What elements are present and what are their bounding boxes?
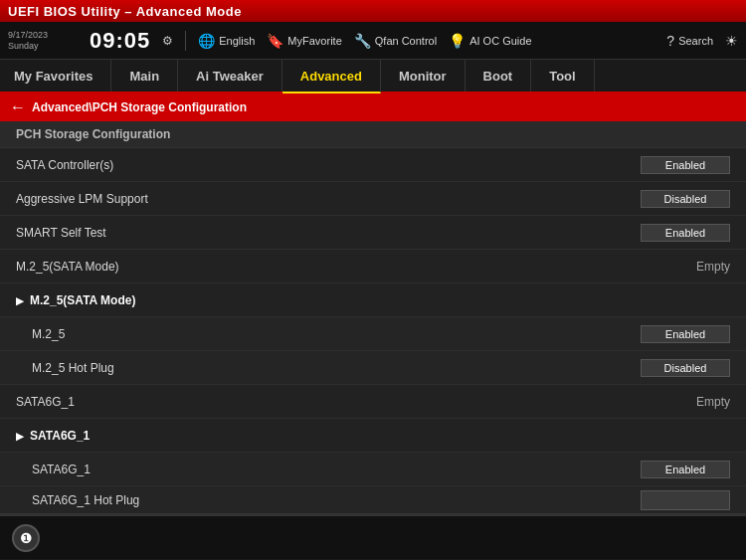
value-m2-5[interactable]: Enabled (641, 325, 730, 343)
row-aggressive-lpm[interactable]: Aggressive LPM Support Disabled (0, 182, 746, 216)
tab-favorites[interactable]: My Favorites (0, 60, 111, 92)
label-smart-self-test: SMART Self Test (16, 226, 106, 240)
date-text: 9/17/2023 (8, 30, 78, 41)
breadcrumb-path: Advanced\PCH Storage Configuration (32, 100, 247, 114)
info-bar: 9/17/2023 Sunday 09:05 ⚙ 🌐 English 🔖 MyF… (0, 22, 746, 60)
expand-arrow-sata6g1: ▶ (16, 431, 24, 442)
search-btn[interactable]: ? Search (666, 33, 713, 49)
row-sata6g1-info[interactable]: SATA6G_1 Empty (0, 385, 746, 419)
value-sata6g1-info: Empty (696, 395, 730, 409)
label-sata6g1-group: ▶SATA6G_1 (16, 429, 90, 443)
nav-tabs: My Favorites Main Ai Tweaker Advanced Mo… (0, 60, 746, 93)
value-sata6g1-hot-plug[interactable] (641, 490, 730, 510)
day-text: Sunday (8, 41, 78, 52)
value-sata-ctrl[interactable]: Enabled (641, 156, 730, 174)
value-smart-self-test[interactable]: Enabled (641, 224, 730, 242)
circle-icon: ❶ (20, 530, 33, 546)
row-sata6g1-val[interactable]: SATA6G_1 Enabled (0, 453, 746, 486)
value-aggressive-lpm[interactable]: Disabled (641, 190, 730, 208)
globe-icon: 🌐 (198, 33, 215, 49)
row-sata-ctrl[interactable]: SATA Controller(s) Enabled (0, 148, 746, 182)
tab-main[interactable]: Main (111, 60, 178, 92)
label-sata6g1-hot-plug: SATA6G_1 Hot Plug (32, 493, 139, 507)
breadcrumb-bar: ← Advanced\PCH Storage Configuration (0, 93, 746, 121)
label-m2-5: M.2_5 (32, 327, 65, 341)
fan-icon: 🔧 (354, 33, 371, 49)
chip-icon: 💡 (449, 33, 466, 49)
tab-ai-tweaker[interactable]: Ai Tweaker (178, 60, 282, 92)
section-header: PCH Storage Configuration (0, 121, 746, 148)
language-selector[interactable]: 🌐 English (198, 33, 255, 49)
qfan-btn[interactable]: 🔧 Qfan Control (354, 33, 437, 49)
row-m2-5-hot-plug[interactable]: M.2_5 Hot Plug Disabled (0, 351, 746, 385)
clock-display: 09:05 (90, 28, 150, 54)
tab-boot[interactable]: Boot (466, 60, 532, 92)
content-area: PCH Storage Configuration SATA Controlle… (0, 121, 746, 514)
aioc-btn[interactable]: 💡 AI OC Guide (449, 33, 531, 49)
settings-icon-btn[interactable]: ☀ (725, 33, 738, 49)
row-sata6g1-group[interactable]: ▶SATA6G_1 (0, 419, 746, 453)
title-bar-text: UEFI BIOS Utility – Advanced Mode (8, 4, 242, 19)
tab-monitor[interactable]: Monitor (381, 60, 466, 92)
value-sata6g1-val[interactable]: Enabled (641, 461, 730, 478)
bottom-bar: ❶ (0, 514, 746, 559)
label-m2-5-sata-info: M.2_5(SATA Mode) (16, 260, 119, 274)
bookmark-icon: 🔖 (267, 33, 283, 49)
back-arrow-icon[interactable]: ← (10, 98, 26, 116)
value-m2-5-hot-plug[interactable]: Disabled (641, 359, 730, 377)
circle-button-1[interactable]: ❶ (12, 524, 40, 552)
sun-icon: ☀ (725, 33, 738, 49)
row-smart-self-test[interactable]: SMART Self Test Enabled (0, 216, 746, 250)
label-sata-ctrl: SATA Controller(s) (16, 158, 113, 172)
tab-tool[interactable]: Tool (531, 60, 594, 92)
row-m2-5-sata-info[interactable]: M.2_5(SATA Mode) Empty (0, 250, 746, 283)
label-m2-5-hot-plug: M.2_5 Hot Plug (32, 361, 114, 375)
title-bar: UEFI BIOS Utility – Advanced Mode (0, 0, 746, 22)
label-aggressive-lpm: Aggressive LPM Support (16, 192, 148, 206)
row-m2-5-sata-group[interactable]: ▶M.2_5(SATA Mode) (0, 283, 746, 317)
row-m2-5[interactable]: M.2_5 Enabled (0, 317, 746, 351)
gear-icon[interactable]: ⚙ (162, 34, 173, 48)
date-time: 9/17/2023 Sunday (8, 30, 78, 52)
divider (185, 31, 186, 51)
label-sata6g1-info: SATA6G_1 (16, 395, 75, 409)
expand-arrow-m2-5: ▶ (16, 295, 24, 306)
row-sata6g1-hot-plug[interactable]: SATA6G_1 Hot Plug (0, 486, 746, 514)
my-favorite-btn[interactable]: 🔖 MyFavorite (267, 33, 341, 49)
label-sata6g1-val: SATA6G_1 (32, 463, 91, 476)
label-m2-5-sata-group: ▶M.2_5(SATA Mode) (16, 293, 135, 307)
value-m2-5-sata-info: Empty (696, 260, 730, 274)
question-icon: ? (666, 33, 674, 49)
tab-advanced[interactable]: Advanced (282, 60, 381, 93)
